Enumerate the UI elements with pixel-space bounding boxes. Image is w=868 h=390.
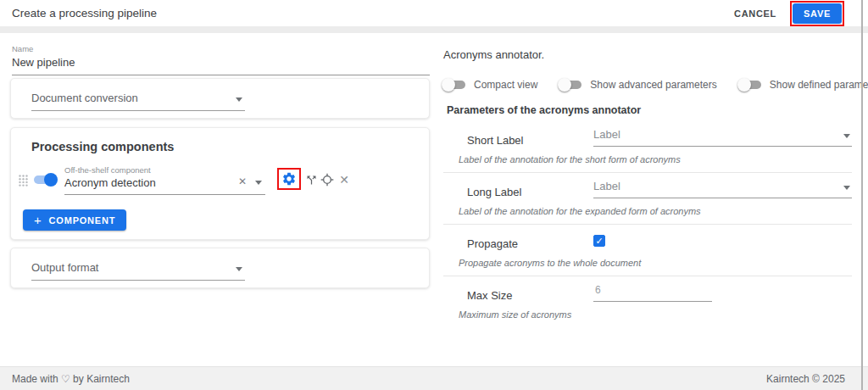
output-format-card: Output format xyxy=(10,248,430,288)
crosshair-icon xyxy=(320,173,334,187)
chevron-down-icon xyxy=(236,267,242,271)
toggle-knob xyxy=(558,78,571,92)
show-defined-label: Show defined parameters xyxy=(770,79,868,91)
component-select-value: Acronym detection xyxy=(64,176,265,189)
name-field-label: Name xyxy=(12,44,430,53)
short-label-select[interactable]: Label xyxy=(593,124,852,147)
settings-button-highlight xyxy=(277,168,301,190)
document-conversion-label: Document conversion xyxy=(31,92,138,104)
propagate-description: Propagate acronyms to the whole document xyxy=(459,258,641,268)
short-label-description: Label of the annotation for the short fo… xyxy=(459,154,681,164)
max-size-description: Maximum size of acronyms xyxy=(459,309,571,320)
param-row-max-size: Max Size 6 Maximum size of acronyms xyxy=(443,276,852,328)
header-actions: CANCEL SAVE xyxy=(734,1,856,26)
component-split-button[interactable] xyxy=(303,171,320,188)
max-size-label: Max Size xyxy=(467,289,512,302)
drag-handle-icon[interactable] xyxy=(18,174,29,190)
processing-components-title: Processing components xyxy=(31,140,174,153)
footer: Made with ♡ by Kairntech Kairntech © 202… xyxy=(0,366,868,390)
toggle-show-defined: Show defined parameters xyxy=(739,79,868,91)
annotator-panel: Acronyms annotator. Compact view Show ad… xyxy=(443,48,852,61)
toggle-knob xyxy=(442,78,455,92)
toggle-knob xyxy=(44,173,58,187)
toggle-show-advanced: Show advanced parameters xyxy=(559,79,716,91)
chevron-down-icon xyxy=(236,98,242,102)
short-label-placeholder: Label xyxy=(593,128,620,141)
remove-component-button[interactable]: ✕ xyxy=(336,171,353,188)
long-label-select[interactable]: Label xyxy=(593,176,852,198)
check-icon: ✓ xyxy=(595,236,603,246)
chevron-down-icon xyxy=(843,134,850,138)
max-size-value: 6 xyxy=(595,284,601,296)
component-settings-button[interactable] xyxy=(281,171,297,187)
param-row-propagate: Propagate ✓ Propagate acronyms to the wh… xyxy=(443,225,852,276)
add-component-button[interactable]: + COMPONENT xyxy=(23,209,126,231)
save-button-highlight: SAVE xyxy=(790,1,844,26)
param-row-long-label: Long Label Label Label of the annotation… xyxy=(443,173,852,225)
processing-components-card: Processing components Off-the-shelf comp… xyxy=(10,127,430,240)
component-enabled-toggle[interactable] xyxy=(33,174,56,186)
cancel-button[interactable]: CANCEL xyxy=(734,8,776,19)
call-split-icon xyxy=(305,174,318,187)
long-label-description: Label of the annotation for the expanded… xyxy=(459,206,701,216)
pipeline-name-field[interactable]: Name New pipeline xyxy=(12,44,430,75)
param-row-short-label: Short Label Label Label of the annotatio… xyxy=(443,121,852,173)
component-select-label: Off-the-shelf component xyxy=(64,165,265,175)
toggle-compact-view: Compact view xyxy=(443,79,537,91)
chevron-down-icon xyxy=(843,186,850,190)
header-divider xyxy=(0,26,868,33)
name-input[interactable]: New pipeline xyxy=(12,56,430,69)
output-format-select[interactable]: Output format xyxy=(31,257,245,281)
parameters-section-title: Parameters of the acronyms annotator xyxy=(447,104,641,116)
parameters-list: Short Label Label Label of the annotatio… xyxy=(443,121,852,328)
page-title: Create a processing pipeline xyxy=(12,7,157,20)
output-format-label: Output format xyxy=(31,261,98,274)
propagate-checkbox[interactable]: ✓ xyxy=(593,235,605,247)
gear-icon xyxy=(281,171,297,187)
component-select[interactable]: Off-the-shelf component Acronym detectio… xyxy=(64,165,265,195)
show-advanced-label: Show advanced parameters xyxy=(590,79,716,91)
show-defined-switch[interactable] xyxy=(739,79,762,91)
chevron-down-icon xyxy=(255,181,262,185)
show-advanced-switch[interactable] xyxy=(559,79,582,91)
clear-icon[interactable]: ✕ xyxy=(238,176,247,187)
plus-icon: + xyxy=(34,214,42,226)
long-label-placeholder: Label xyxy=(593,180,620,192)
document-conversion-select[interactable]: Document conversion xyxy=(31,87,245,111)
footer-made-with: Made with ♡ by Kairntech xyxy=(12,373,130,385)
scrollbar[interactable] xyxy=(861,0,863,390)
annotator-toggles: Compact view Show advanced parameters Sh… xyxy=(443,79,868,91)
toggle-knob xyxy=(737,78,751,92)
propagate-label: Propagate xyxy=(467,237,518,250)
short-label-label: Short Label xyxy=(467,134,524,147)
app-window: Create a processing pipeline CANCEL SAVE… xyxy=(0,0,868,390)
add-component-label: COMPONENT xyxy=(49,215,116,226)
annotator-title: Acronyms annotator. xyxy=(443,48,852,61)
compact-view-switch[interactable] xyxy=(443,79,466,91)
long-label-label: Long Label xyxy=(467,186,521,198)
footer-copyright: Kairntech © 2025 xyxy=(766,373,845,385)
document-conversion-card: Document conversion xyxy=(10,78,430,119)
component-locate-button[interactable] xyxy=(319,171,336,188)
compact-view-label: Compact view xyxy=(474,79,537,91)
app-header: Create a processing pipeline CANCEL SAVE xyxy=(0,0,868,26)
max-size-input[interactable]: 6 xyxy=(593,280,712,302)
save-button[interactable]: SAVE xyxy=(793,3,842,24)
